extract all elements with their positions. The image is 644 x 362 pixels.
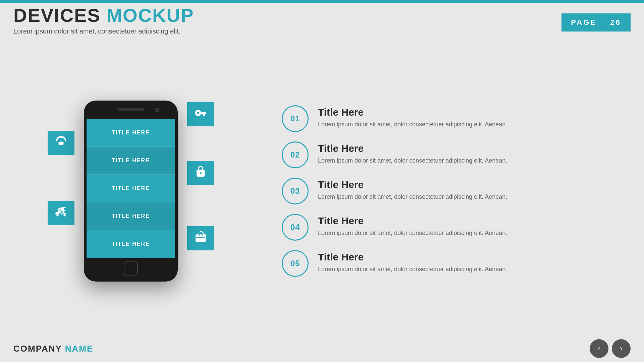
list-content-5: Title Here Lorem ipsum dolor sit amet, d…	[318, 250, 624, 274]
tab-umbrella	[48, 131, 74, 155]
list-title-5: Title Here	[318, 251, 624, 263]
list-item-5: 05 Title Here Lorem ipsum dolor sit amet…	[282, 250, 624, 277]
company-name: COMPANY NAME	[13, 344, 93, 354]
list-section: 01 Title Here Lorem ipsum dolor sit amet…	[262, 99, 644, 284]
company-word: COMPANY	[13, 344, 62, 354]
magnet-icon	[55, 206, 67, 221]
svg-rect-0	[57, 213, 59, 217]
list-number-3: 03	[282, 178, 309, 204]
list-content-3: Title Here Lorem ipsum dolor sit amet, d…	[318, 178, 624, 201]
list-title-1: Title Here	[318, 107, 624, 118]
phone-camera	[155, 108, 159, 112]
list-number-5: 05	[282, 250, 309, 277]
list-title-2: Title Here	[318, 143, 624, 154]
phone-menu: TITLE HERE TITLE HERE TITLE HERE TITLE H…	[87, 119, 175, 258]
prev-button[interactable]: ‹	[590, 339, 608, 358]
list-number-4: 04	[282, 214, 309, 241]
name-word: NAME	[65, 344, 94, 354]
tab-magnet	[48, 201, 74, 225]
list-item-4: 04 Title Here Lorem ipsum dolor sit amet…	[282, 214, 624, 241]
list-item-1: 01 Title Here Lorem ipsum dolor sit amet…	[282, 105, 624, 132]
phone-menu-item-5: TITLE HERE	[87, 230, 175, 258]
list-desc-2: Lorem ipsum dolor sit amet, dolor consec…	[318, 156, 624, 165]
phone-mockup: TITLE HERE TITLE HERE TITLE HERE TITLE H…	[84, 101, 178, 282]
list-content-1: Title Here Lorem ipsum dolor sit amet, d…	[318, 105, 624, 129]
footer: COMPANY NAME ‹ ›	[0, 335, 644, 362]
list-content-4: Title Here Lorem ipsum dolor sit amet, d…	[318, 214, 624, 238]
main-content: TITLE HERE TITLE HERE TITLE HERE TITLE H…	[0, 47, 644, 335]
phone-section: TITLE HERE TITLE HERE TITLE HERE TITLE H…	[0, 47, 262, 335]
nav-buttons: ‹ ›	[590, 339, 631, 358]
umbrella-icon	[55, 135, 67, 150]
list-desc-5: Lorem ipsum dolor sit amet, dolor consec…	[318, 265, 624, 274]
tab-key	[187, 102, 214, 126]
list-content-2: Title Here Lorem ipsum dolor sit amet, d…	[318, 141, 624, 165]
lock-icon	[195, 166, 207, 180]
page-number: 26	[610, 18, 621, 26]
list-title-4: Title Here	[318, 215, 624, 227]
header-subtitle: Lorem ipsum dolor sit amet, consectetuer…	[13, 27, 194, 35]
page-title: DEVICES MOCKUP	[13, 6, 194, 25]
phone-menu-item-2: TITLE HERE	[87, 147, 175, 175]
phone-menu-item-3: TITLE HERE	[87, 175, 175, 202]
tab-lock	[187, 161, 214, 185]
page-label: PAGE	[571, 18, 597, 26]
list-title-3: Title Here	[318, 179, 624, 190]
top-accent-bar	[0, 0, 644, 3]
phone-speaker	[117, 108, 144, 111]
list-number-1: 01	[282, 105, 309, 132]
svg-rect-1	[64, 213, 66, 217]
phone-home-button	[124, 261, 138, 276]
list-desc-4: Lorem ipsum dolor sit amet, dolor consec…	[318, 229, 624, 238]
next-button[interactable]: ›	[612, 339, 631, 358]
key-icon	[195, 107, 207, 122]
list-item-2: 02 Title Here Lorem ipsum dolor sit amet…	[282, 141, 624, 168]
phone-menu-item-1: TITLE HERE	[87, 119, 175, 147]
phone-screen: TITLE HERE TITLE HERE TITLE HERE TITLE H…	[87, 119, 175, 258]
header: DEVICES MOCKUP Lorem ipsum dolor sit ame…	[13, 6, 194, 35]
tab-bag	[187, 226, 214, 250]
list-desc-3: Lorem ipsum dolor sit amet, dolor consec…	[318, 192, 624, 201]
list-number-2: 02	[282, 141, 309, 168]
title-devices: DEVICES	[13, 5, 101, 26]
bag-icon	[195, 231, 207, 246]
page-badge: PAGE 26	[561, 13, 631, 32]
svg-rect-5	[196, 236, 205, 242]
title-mockup: MOCKUP	[106, 5, 194, 26]
list-desc-1: Lorem ipsum dolor sit amet, dolor consec…	[318, 120, 624, 129]
list-item-3: 03 Title Here Lorem ipsum dolor sit amet…	[282, 178, 624, 204]
phone-menu-item-4: TITLE HERE	[87, 202, 175, 230]
